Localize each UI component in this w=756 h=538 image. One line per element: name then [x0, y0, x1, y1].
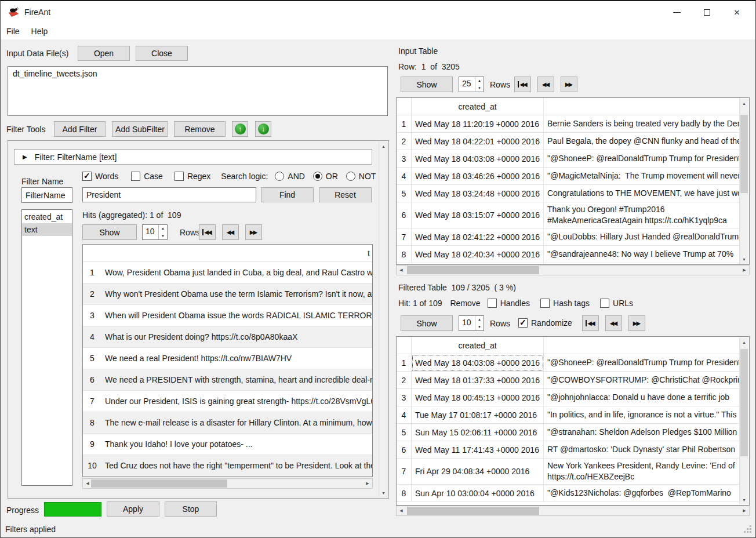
- input-table-vscrollbar[interactable]: ▲ ▼: [739, 99, 748, 264]
- filter-collapse-header[interactable]: ▶ Filter: FilterName [text]: [14, 149, 372, 165]
- close-button[interactable]: ×: [722, 1, 752, 23]
- scroll-right-icon[interactable]: ▶: [740, 266, 749, 275]
- filtered-rows-spinner[interactable]: 10 ▲▼: [459, 315, 484, 331]
- move-filter-up-button[interactable]: ↑: [232, 121, 248, 137]
- filtered-row[interactable]: 7Fri Apr 29 04:08:34 +0000 2016New York …: [397, 459, 740, 485]
- or-radio[interactable]: [313, 172, 322, 181]
- input-row[interactable]: 3Wed May 18 04:03:08 +0000 2016"@ShoneeP…: [397, 150, 740, 168]
- not-radio[interactable]: [346, 172, 355, 181]
- stop-button[interactable]: Stop: [165, 501, 217, 517]
- scrollbar-thumb[interactable]: [91, 479, 227, 488]
- field-item-text[interactable]: text: [22, 223, 72, 236]
- spinner-down-icon[interactable]: ▼: [159, 232, 167, 240]
- input-first-page-button[interactable]: ◀◀: [514, 77, 531, 92]
- search-term-input[interactable]: [82, 187, 256, 202]
- field-item-created-at[interactable]: created_at: [22, 210, 72, 223]
- scroll-left-icon[interactable]: ◀: [397, 506, 406, 515]
- input-row[interactable]: 4Wed May 18 03:46:26 +0000 2016"@MagicMe…: [397, 168, 740, 185]
- hits-row[interactable]: 4What is our President doing? https://t.…: [83, 326, 372, 348]
- input-row[interactable]: 1Wed May 18 11:20:19 +0000 2016Bernie Sa…: [397, 115, 740, 133]
- filtered-row[interactable]: 5Sun May 15 02:06:11 +0000 2016"@stranah…: [397, 424, 740, 441]
- close-files-button[interactable]: Close: [136, 46, 188, 61]
- hits-show-button[interactable]: Show: [82, 224, 137, 240]
- scroll-left-icon[interactable]: ◀: [397, 266, 406, 275]
- scroll-up-icon[interactable]: ▲: [740, 337, 748, 347]
- input-row[interactable]: 7Wed May 18 02:41:22 +0000 2016"@LouDobb…: [397, 228, 740, 246]
- filtered-row[interactable]: 1Wed May 18 04:03:08 +0000 2016"@ShoneeP…: [397, 354, 740, 372]
- hits-row[interactable]: 6We need a PRESIDENT with strength, stam…: [83, 369, 372, 391]
- add-filter-button[interactable]: Add Filter: [54, 121, 106, 137]
- filtered-table-vscrollbar[interactable]: ▲ ▼: [739, 337, 748, 504]
- scroll-right-icon[interactable]: ▶: [740, 506, 749, 515]
- filtered-row[interactable]: 4Tue May 17 01:08:17 +0000 2016"In polit…: [397, 406, 740, 424]
- scrollbar-thumb[interactable]: [407, 266, 539, 274]
- filtered-show-button[interactable]: Show: [401, 315, 453, 331]
- input-row[interactable]: 2Wed May 18 04:22:01 +0000 2016Paul Bega…: [397, 133, 740, 150]
- resize-grip[interactable]: [744, 525, 751, 533]
- filter-name-input[interactable]: [21, 187, 72, 203]
- hits-next-page-button[interactable]: ▶▶: [245, 224, 262, 240]
- hits-row[interactable]: 8The new e-mail release is a disaster fo…: [83, 412, 372, 434]
- hits-row[interactable]: 3When will President Obama issue the wor…: [83, 305, 372, 326]
- scrollbar-thumb[interactable]: [740, 349, 748, 456]
- menu-file[interactable]: File: [1, 23, 26, 39]
- filtered-next-page-button[interactable]: ▶▶: [628, 315, 645, 331]
- input-next-page-button[interactable]: ▶▶: [561, 77, 577, 92]
- hits-row[interactable]: 2Why won't President Obama use the term …: [83, 283, 372, 305]
- spinner-down-icon[interactable]: ▼: [475, 85, 484, 92]
- hits-row[interactable]: 5We need a real President! https://t.co/…: [83, 348, 372, 369]
- find-button[interactable]: Find: [261, 187, 314, 202]
- input-row[interactable]: 6Wed May 18 03:15:07 +0000 2016Thank you…: [397, 202, 740, 228]
- scrollbar-thumb[interactable]: [740, 115, 748, 193]
- menu-help[interactable]: Help: [26, 23, 54, 39]
- hits-prev-page-button[interactable]: ◀◀: [222, 224, 239, 240]
- move-filter-down-button[interactable]: ↓: [255, 121, 271, 137]
- input-row[interactable]: 8Wed May 18 02:40:34 +0000 2016"@sandraj…: [397, 246, 740, 263]
- input-rows-spinner[interactable]: 25 ▲▼: [459, 77, 484, 92]
- filtered-horizontal-scrollbar[interactable]: ◀ ▶: [396, 506, 750, 516]
- filtered-row[interactable]: 6Wed May 11 17:41:43 +0000 2016RT @dmart…: [397, 441, 740, 459]
- hits-row[interactable]: 1Wow, President Obama just landed in Cub…: [83, 262, 372, 283]
- hits-row[interactable]: 10Ted Cruz does not have the right "temp…: [83, 455, 372, 477]
- file-list-box[interactable]: dt_timeline_tweets.json: [8, 66, 388, 116]
- scroll-down-icon[interactable]: ▼: [740, 255, 748, 264]
- hits-first-page-button[interactable]: ◀◀: [199, 224, 216, 240]
- hits-rows-spinner[interactable]: 10 ▲▼: [142, 224, 168, 240]
- hits-horizontal-scrollbar[interactable]: ◀ ▶: [82, 478, 373, 489]
- apply-button[interactable]: Apply: [107, 501, 159, 517]
- spinner-down-icon[interactable]: ▼: [475, 323, 484, 331]
- case-checkbox[interactable]: [131, 172, 140, 181]
- and-radio[interactable]: [275, 172, 284, 181]
- open-button[interactable]: Open: [78, 46, 130, 61]
- add-subfilter-button[interactable]: Add SubFilter: [112, 121, 168, 137]
- maximize-button[interactable]: [692, 1, 722, 23]
- spinner-up-icon[interactable]: ▲: [475, 77, 484, 85]
- input-row[interactable]: 5Wed May 18 03:24:48 +0000 2016Congratul…: [397, 185, 740, 202]
- filter-panel-vscrollbar[interactable]: ▲ ▼: [379, 141, 388, 497]
- filtered-row[interactable]: 2Wed May 18 01:37:33 +0000 2016"@COWBOYS…: [397, 372, 740, 389]
- input-show-button[interactable]: Show: [401, 77, 453, 92]
- scroll-right-icon[interactable]: ▶: [363, 479, 372, 488]
- input-horizontal-scrollbar[interactable]: ◀ ▶: [396, 265, 750, 275]
- filtered-row[interactable]: 3Wed May 18 00:45:13 +0000 2016"@johnjoh…: [397, 389, 740, 406]
- filtered-row[interactable]: 8Sun Apr 10 03:00:04 +0000 2016"@Kids123…: [397, 485, 740, 502]
- hashtags-checkbox[interactable]: [540, 299, 550, 308]
- handles-checkbox[interactable]: [488, 299, 497, 308]
- selected-cell[interactable]: Wed May 18 04:03:08 +0000 2016: [412, 354, 544, 371]
- scroll-up-icon[interactable]: ▲: [379, 141, 388, 151]
- words-checkbox[interactable]: [82, 172, 92, 181]
- scroll-down-icon[interactable]: ▼: [379, 488, 388, 497]
- regex-checkbox[interactable]: [175, 172, 184, 181]
- urls-checkbox[interactable]: [600, 299, 609, 308]
- scroll-down-icon[interactable]: ▼: [740, 495, 748, 504]
- input-prev-page-button[interactable]: ◀◀: [537, 77, 554, 92]
- hits-row[interactable]: 9Thank you Idaho! I love your potatoes- …: [83, 434, 372, 455]
- remove-filter-button[interactable]: Remove: [174, 121, 226, 137]
- spinner-up-icon[interactable]: ▲: [475, 316, 484, 323]
- filtered-prev-page-button[interactable]: ◀◀: [605, 315, 622, 331]
- scrollbar-thumb[interactable]: [407, 507, 539, 515]
- hits-row[interactable]: 7Under our President, ISIS is gaining gr…: [83, 391, 372, 412]
- randomize-checkbox[interactable]: [518, 318, 528, 328]
- minimize-button[interactable]: [662, 1, 692, 23]
- reset-button[interactable]: Reset: [319, 187, 372, 202]
